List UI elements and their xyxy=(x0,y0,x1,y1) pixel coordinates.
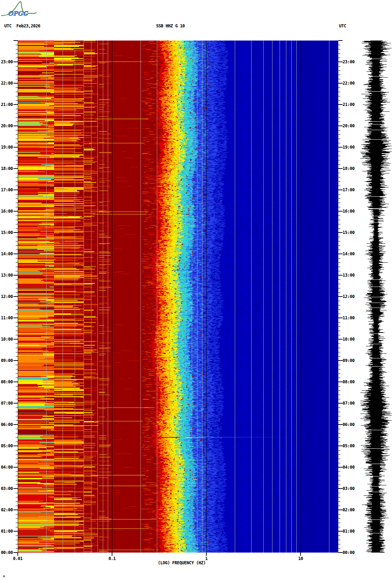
time-tick-right xyxy=(338,548,340,549)
time-tick-right xyxy=(338,527,340,527)
time-label-right: 01:00 xyxy=(343,528,359,534)
spectrogram-day-plot-page: OPGC UTC Feb23,2026 SSB HHZ G 10 UTC 23:… xyxy=(0,0,392,581)
time-label-right: 17:00 xyxy=(343,187,359,193)
time-tick-right xyxy=(338,296,343,297)
time-tick-right xyxy=(338,126,343,126)
time-tick-left xyxy=(16,194,18,194)
time-tick-right xyxy=(338,488,343,489)
time-tick-left xyxy=(16,45,18,45)
frequency-axis-title: (LOG) FREQUENCY (HZ) xyxy=(158,560,206,565)
time-tick-right xyxy=(338,62,343,62)
time-tick-left xyxy=(14,62,18,62)
time-tick-left xyxy=(16,407,18,408)
time-label-left: 13:00 xyxy=(0,272,13,278)
time-tick-left xyxy=(16,53,18,54)
time-tick-left xyxy=(16,151,18,152)
time-tick-left xyxy=(16,177,18,177)
freq-tick-label: 0.01 xyxy=(13,556,23,561)
time-tick-right xyxy=(338,442,340,442)
time-tick-left xyxy=(16,348,18,348)
date-label: Feb23,2026 xyxy=(16,23,40,28)
time-tick-right xyxy=(338,471,340,472)
freq-tick xyxy=(206,553,207,556)
time-tick-right xyxy=(338,130,340,130)
time-tick-left xyxy=(14,83,18,84)
time-tick-right xyxy=(338,523,340,523)
freq-tick-label: 10 xyxy=(298,556,303,561)
time-tick-right xyxy=(338,420,340,421)
time-tick-left xyxy=(16,343,18,344)
time-tick-right xyxy=(338,305,340,305)
time-label-left: 22:00 xyxy=(0,80,13,86)
time-tick-left xyxy=(16,79,18,79)
time-label-right: 09:00 xyxy=(343,358,359,363)
time-tick-left xyxy=(16,322,18,323)
time-tick-right xyxy=(338,70,340,71)
time-tick-left xyxy=(16,267,18,267)
time-label-left: 00:00 xyxy=(0,550,13,555)
time-tick-right xyxy=(338,45,340,45)
freq-tick xyxy=(17,553,18,556)
spectrogram-image xyxy=(18,41,338,553)
time-tick-right xyxy=(338,215,340,216)
time-tick-left xyxy=(16,164,18,165)
time-tick-right xyxy=(338,207,340,207)
time-tick-left xyxy=(16,241,18,241)
time-tick-right xyxy=(338,352,340,352)
time-tick-right xyxy=(338,424,343,425)
time-tick-left xyxy=(14,147,18,148)
time-tick-right xyxy=(338,241,340,241)
time-tick-right xyxy=(338,301,340,301)
time-tick-right xyxy=(338,437,340,438)
time-tick-right xyxy=(338,147,343,148)
opgc-logo: OPGC xyxy=(1,1,46,21)
time-tick-right xyxy=(338,53,340,54)
time-tick-left xyxy=(16,301,18,301)
time-tick-right xyxy=(338,378,340,378)
time-tick-left xyxy=(14,318,18,318)
time-tick-right xyxy=(338,58,340,58)
freq-tick-label: 0.1 xyxy=(108,556,116,561)
time-tick-left xyxy=(16,70,18,71)
time-tick-left xyxy=(14,360,18,361)
time-tick-left xyxy=(16,66,18,66)
time-tick-right xyxy=(338,292,340,293)
time-tick-right xyxy=(338,416,340,416)
time-tick-right xyxy=(338,493,340,493)
time-label-left: 07:00 xyxy=(0,400,13,406)
time-tick-left xyxy=(16,215,18,216)
waveform-strip xyxy=(360,41,392,553)
time-tick-left xyxy=(16,365,18,365)
time-tick-right xyxy=(338,369,340,369)
time-tick-right xyxy=(338,109,340,109)
time-tick-right xyxy=(338,510,343,510)
time-tick-right xyxy=(338,356,340,357)
time-tick-left xyxy=(14,190,18,190)
freq-tick xyxy=(112,553,112,556)
time-tick-right xyxy=(338,96,340,96)
time-tick-left xyxy=(16,493,18,493)
time-tick-left xyxy=(16,454,18,455)
time-tick-right xyxy=(338,168,343,169)
time-tick-left xyxy=(16,87,18,88)
time-tick-left xyxy=(16,416,18,416)
time-tick-right xyxy=(338,314,340,314)
time-tick-left xyxy=(16,207,18,207)
time-tick-left xyxy=(16,314,18,314)
time-tick-right xyxy=(338,211,343,212)
time-tick-left xyxy=(16,100,18,101)
time-tick-left xyxy=(16,271,18,271)
time-tick-left xyxy=(14,126,18,126)
time-tick-left xyxy=(16,224,18,224)
opgc-logo-text: OPGC xyxy=(8,10,28,17)
time-label-right: 02:00 xyxy=(343,507,359,513)
time-tick-left xyxy=(16,527,18,527)
time-tick-right xyxy=(338,143,340,143)
time-tick-right xyxy=(338,177,340,177)
time-tick-left xyxy=(16,250,18,250)
time-tick-left xyxy=(16,437,18,438)
time-tick-right xyxy=(338,331,340,331)
time-label-right: 22:00 xyxy=(343,80,359,86)
time-tick-left xyxy=(16,497,18,497)
time-tick-left xyxy=(16,506,18,506)
